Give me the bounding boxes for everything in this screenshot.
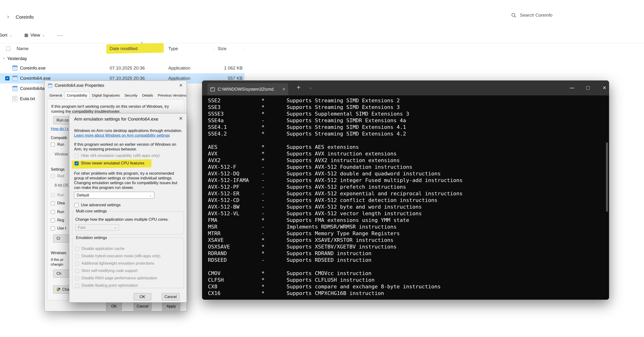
cancel-button[interactable]: Cancel <box>134 302 152 311</box>
checkbox-run[interactable]: Run <box>51 210 64 215</box>
ok-button[interactable]: OK <box>106 302 122 311</box>
small-changin: changin <box>51 262 64 266</box>
muted-8-bit-25: 8-bit (25 <box>54 183 68 188</box>
checkbox[interactable] <box>51 143 55 147</box>
checkbox[interactable] <box>75 262 79 266</box>
checkbox-label: Run <box>57 142 64 146</box>
checkbox[interactable] <box>51 201 55 205</box>
tab-close-icon[interactable]: ✕ <box>282 87 285 91</box>
checkbox[interactable] <box>51 226 55 230</box>
emulation-option-disable-floating-point-optimization[interactable]: Disable floating point optimization <box>75 283 138 288</box>
terminal-tab-title: C:\WINDOWS\system32\cmd. <box>218 87 280 92</box>
small-if-this-pr: If this pr <box>51 258 64 262</box>
hide-x64-checkbox[interactable]: Hide x64 emulation capability (x86 apps … <box>74 153 160 159</box>
view-icon: ▦ <box>24 32 28 38</box>
checkbox[interactable] <box>51 210 55 214</box>
emulation-option-strict-self-modifying-code-support[interactable]: Strict self-modifying code support <box>75 269 138 274</box>
application-icon <box>12 66 18 71</box>
arm-emulation-dialog: Arm emulation settings for Coreinfo64.ex… <box>69 113 187 302</box>
file-name: Coreinfo64a.e <box>20 86 48 91</box>
multicore-description: Change how the application uses multiple… <box>75 217 168 222</box>
file-name: Coreinfo64.exe <box>20 76 50 81</box>
checkbox-label: Show newer emulated CPU features <box>81 161 144 165</box>
chevron-down-icon: ⌄ <box>42 34 45 37</box>
show-newer-cpu-checkbox[interactable]: Show newer emulated CPU features <box>74 161 144 166</box>
checkbox[interactable] <box>74 203 78 207</box>
view-label: View <box>30 32 40 38</box>
checkbox-label: Hide x64 emulation capability (x86 apps … <box>81 153 160 158</box>
checkbox-label: Use t <box>57 226 66 230</box>
checkbox[interactable] <box>75 276 79 280</box>
checkbox-disabled-red[interactable]: Red <box>51 174 64 179</box>
emulation-option-disable-rwx-page-performance-optimization[interactable]: Disable RWX page performance optimizatio… <box>75 276 157 281</box>
close-icon[interactable]: ✕ <box>179 116 183 121</box>
emulation-option-disable-hybrid-execution-mode-x86-apps-only[interactable]: Disable hybrid execution mode (x86 apps … <box>75 254 160 259</box>
column-type[interactable]: Type <box>168 46 178 51</box>
column-date-modified[interactable]: Date modified <box>110 46 138 51</box>
checkbox[interactable] <box>75 247 79 251</box>
learn-more-link[interactable]: Learn more about Windows on Arm compatib… <box>74 134 170 138</box>
checkbox-run[interactable]: Run <box>51 142 64 148</box>
selected-value: Fast <box>78 225 86 230</box>
checkbox-label: Red <box>57 174 64 178</box>
file-row-coreinfo-exe[interactable]: Coreinfo.exe07.10.2025 20:36Application1… <box>0 63 244 73</box>
new-tab-button[interactable]: + <box>297 84 300 91</box>
ok-button[interactable]: OK <box>134 293 151 300</box>
terminal-scrollbar-thumb[interactable] <box>606 142 608 212</box>
checkbox-checked[interactable] <box>74 162 78 166</box>
link-how-do-i-c[interactable]: How do I c <box>51 127 69 131</box>
column-size[interactable]: Size <box>218 46 226 51</box>
checkbox-reg[interactable]: Reg <box>51 218 64 223</box>
checkbox[interactable] <box>75 269 79 273</box>
view-button[interactable]: ▦ View ⌄ <box>22 30 47 40</box>
emulation-preset-select[interactable]: Default ⌄ <box>74 192 154 199</box>
checkbox-label: Run <box>57 210 64 214</box>
terminal-titlebar[interactable]: C:\WINDOWS\system32\cmd. ✕ + ⌄ ✕ <box>202 81 609 96</box>
checkbox-disabled-run[interactable]: Run <box>51 193 64 198</box>
checkbox-disa[interactable]: Disa <box>51 201 65 206</box>
file-name: Eula.txt <box>20 96 35 101</box>
sort-indicator-icon: ^ <box>141 41 143 45</box>
emulation-option-disable-application-cache[interactable]: Disable application cache <box>75 246 124 252</box>
label-windows: Windows <box>51 251 66 255</box>
column-divider <box>105 46 105 52</box>
file-type: Application <box>168 66 190 71</box>
arm-restore-text: If this program worked on an earlier ver… <box>74 142 181 152</box>
column-name[interactable]: Name <box>16 46 29 51</box>
checkbox[interactable] <box>51 193 55 197</box>
row-checkbox[interactable] <box>5 76 10 80</box>
checkbox-label: Disable application cache <box>82 246 124 250</box>
maximize-button[interactable] <box>586 86 590 90</box>
tab-dropdown-icon[interactable]: ⌄ <box>309 86 312 89</box>
minimize-button[interactable] <box>570 88 574 88</box>
checkbox-label: Reg <box>57 218 64 222</box>
selected-value: Default <box>77 193 89 198</box>
checkbox-label: Disable floating point optimization <box>82 283 138 288</box>
group-title: Multi-core settings <box>75 209 108 213</box>
use-advanced-settings-checkbox[interactable]: Use advanced settings <box>74 203 120 208</box>
checkbox[interactable] <box>51 174 55 178</box>
breadcrumb[interactable]: Coreinfo <box>16 14 34 20</box>
chevron-down-icon: ⌄ <box>149 194 152 197</box>
file-date-modified: 07.10.2025 20:36 <box>110 66 145 71</box>
close-button[interactable]: ✕ <box>602 85 606 91</box>
apply-button[interactable]: Apply <box>162 302 180 311</box>
checkbox[interactable] <box>51 218 55 222</box>
terminal-tab[interactable]: C:\WINDOWS\system32\cmd. ✕ <box>208 83 288 96</box>
chevron-down-icon: ⌄ <box>114 226 116 229</box>
column-headers: Name ^ Date modified Type Size <box>0 44 644 54</box>
checkbox[interactable] <box>75 254 79 258</box>
checkbox-use-t[interactable]: Use t <box>51 226 66 232</box>
select-all-checkbox[interactable] <box>6 46 10 51</box>
column-divider <box>244 46 245 52</box>
group-collapse-icon[interactable]: ⌄ <box>2 56 5 59</box>
file-size: 557 KB <box>214 76 242 81</box>
emulation-option-additional-lightweight-emulation-protections[interactable]: Additional lightweight emulation protect… <box>75 261 154 266</box>
cancel-button[interactable]: Cancel <box>162 293 180 300</box>
search-icon <box>511 12 516 18</box>
checkbox[interactable] <box>74 154 78 158</box>
checkbox[interactable] <box>75 284 79 288</box>
sort-button[interactable]: ⇅ Sort ⌄ <box>0 30 14 40</box>
see-more-button[interactable]: ··· <box>54 30 66 40</box>
search-box[interactable]: Search Coreinfo <box>511 12 552 18</box>
